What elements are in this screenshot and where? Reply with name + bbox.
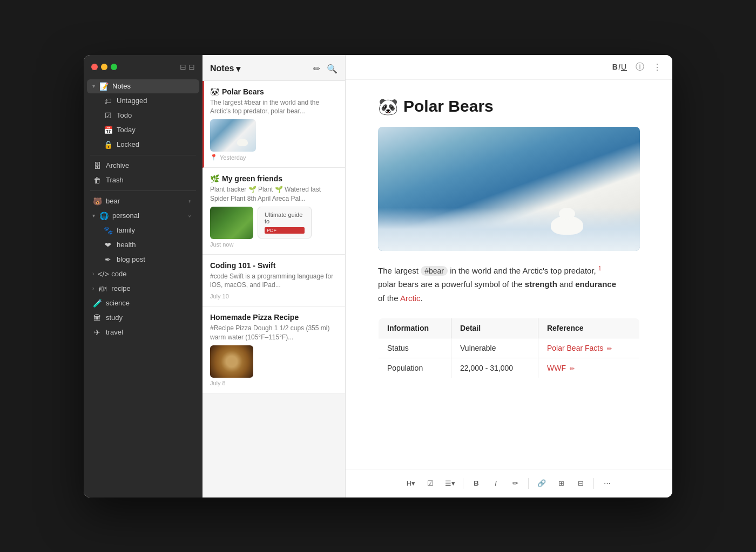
note-title: 🐼 Polar Bears [210,87,338,96]
pdf-label: Ultimate guide to [265,212,305,224]
highlight-button[interactable]: ✏ [507,475,524,492]
sidebar-item-recipe[interactable]: › 🍽 recipe [87,282,199,296]
sidebar-item-blog-post[interactable]: ✒ blog post [87,253,199,267]
chevron-down-icon: ▾ [236,64,240,74]
underline-label[interactable]: U [621,63,627,71]
pdf-card: Ultimate guide to PDF [258,207,312,238]
sidebar-item-personal[interactable]: ▾ 🌐 personal ♀ [87,209,199,223]
note-item-green-friends[interactable]: 🌿 My green friends Plant tracker 🌱 Plant… [202,168,345,255]
editor-paragraph-2: polar bears are a powerful symbol of the… [378,277,640,291]
notes-scroll: 🐼 Polar Bears The largest #bear in the w… [202,81,345,498]
bear-figure [543,202,597,235]
checkbox-button[interactable]: ☑ [422,475,439,492]
note-date: 📍 Yesterday [210,154,338,161]
close-button[interactable] [91,64,98,70]
sidebar-item-label: bear [106,197,120,205]
sidebar-item-label: code [111,270,126,278]
user-count-icon: ♀ [187,198,192,205]
editor: BIU ⓘ ⋮ 🐼 Polar Bears The largest [346,55,672,498]
editor-toolbar-bottom: H▾ ☑ ☰▾ B I ✏ 🔗 ⊞ ⊟ ⋯ [346,469,672,498]
hashtag[interactable]: #bear [421,266,448,276]
polar-bear-facts-link[interactable]: Polar Bear Facts [547,344,603,352]
table-row: Population 22,000 - 31,000 WWF ✏ [379,358,640,378]
sidebar-header: ⊟ ⊟ [84,55,202,77]
editor-body: The largest #bear in the world and the A… [378,264,640,305]
sidebar-item-label: blog post [117,255,145,263]
table-header-detail: Detail [451,318,538,338]
image-button[interactable]: ⊟ [572,475,589,492]
sidebar-item-study[interactable]: 🏛 study [87,311,199,325]
sidebar-item-notes[interactable]: ▾ 📝 Notes [87,79,199,93]
hero-image [378,127,640,251]
toolbar-separator [528,478,529,489]
sidebar-item-label: Trash [106,176,124,184]
data-table: Information Detail Reference Status Vuln… [378,318,640,378]
bold-button[interactable]: B [468,475,485,492]
bold-label[interactable]: B [612,63,618,71]
title-emoji: 🐼 [378,97,398,116]
note-item-coding-swift[interactable]: Coding 101 - Swift #code Swift is a prog… [202,255,345,307]
italic-button[interactable]: I [487,475,504,492]
note-title: 🌿 My green friends [210,174,338,183]
trash-icon: 🗑 [92,176,102,185]
editor-content[interactable]: 🐼 Polar Bears The largest #bear in the w… [346,80,672,469]
heading-button[interactable]: H▾ [402,475,420,492]
study-icon: 🏛 [92,314,102,322]
sidebar-item-travel[interactable]: ✈ travel [87,325,199,339]
table-cell-info: Status [379,338,451,358]
arctic-link[interactable]: Arctic [400,294,421,303]
archive-icon: 🗄 [92,161,102,170]
edit-link-icon[interactable]: ✏ [607,345,612,352]
notes-list-actions: ✏ 🔍 [313,64,338,74]
edit-link-icon[interactable]: ✏ [570,365,575,372]
notes-list-title-text: Notes [210,64,234,73]
note-emoji: 🐼 [210,87,219,96]
sidebar-item-today[interactable]: 📅 Today [87,123,199,137]
table-button[interactable]: ⊞ [552,475,570,492]
tune-icon[interactable]: ⊟ ⊟ [180,63,195,71]
table-cell-detail: Vulnerable [451,338,538,358]
sidebar-item-todo[interactable]: ☑ Todo [87,108,199,122]
sidebar-item-health[interactable]: ❤ health [87,238,199,252]
sidebar-item-trash[interactable]: 🗑 Trash [87,173,199,187]
editor-toolbar-top: BIU ⓘ ⋮ [346,55,672,80]
app-body: ⊟ ⊟ ▾ 📝 Notes 🏷 Untagged ☑ Todo [84,55,672,498]
info-button[interactable]: ⓘ [636,62,644,73]
sidebar-item-label: Untagged [117,97,147,105]
sidebar-item-label: health [117,241,136,249]
app-window: ⊟ ⊟ ▾ 📝 Notes 🏷 Untagged ☑ Todo [84,55,672,498]
chevron-down-icon: ▾ [92,83,95,89]
search-button[interactable]: 🔍 [327,64,338,74]
bold-endurance: endurance [575,280,616,289]
sidebar-item-label: Locked [117,140,139,148]
new-note-button[interactable]: ✏ [313,64,320,74]
minimize-button[interactable] [101,64,107,70]
notes-list-title: Notes ▾ [210,64,240,74]
sidebar-item-family[interactable]: 🐾 family [87,223,199,237]
table-header-information: Information [379,318,451,338]
personal-icon: 🌐 [99,212,109,220]
maximize-button[interactable] [111,64,117,70]
sidebar-item-untagged[interactable]: 🏷 Untagged [87,94,199,108]
note-item-pizza-recipe[interactable]: Homemade Pizza Recipe #Recipe Pizza Doug… [202,306,345,393]
wwf-link[interactable]: WWF [547,364,566,372]
list-button[interactable]: ☰▾ [441,475,458,492]
sidebar-item-code[interactable]: › </> code [87,267,199,281]
editor-paragraph-3: of the Arctic. [378,291,640,305]
sidebar-item-label: Today [117,126,136,134]
calendar-icon: 📅 [103,126,113,134]
table-cell-detail: 22,000 - 31,000 [451,358,538,378]
footnote: 1 [598,265,602,271]
chevron-down-icon: ▾ [92,213,95,219]
link-button[interactable]: 🔗 [533,475,550,492]
table-cell-info: Population [379,358,451,378]
sidebar-item-label: Todo [117,111,132,119]
sidebar-item-archive[interactable]: 🗄 Archive [87,159,199,173]
more-options-button[interactable]: ⋮ [653,62,662,72]
note-item-polar-bears[interactable]: 🐼 Polar Bears The largest #bear in the w… [202,81,345,168]
more-toolbar-button[interactable]: ⋯ [598,475,616,492]
sidebar-item-science[interactable]: 🧪 science [87,296,199,310]
sidebar-item-bear[interactable]: 🐻 bear ♀ [87,194,199,208]
chevron-right-icon: › [92,285,94,291]
sidebar-item-locked[interactable]: 🔒 Locked [87,138,199,152]
